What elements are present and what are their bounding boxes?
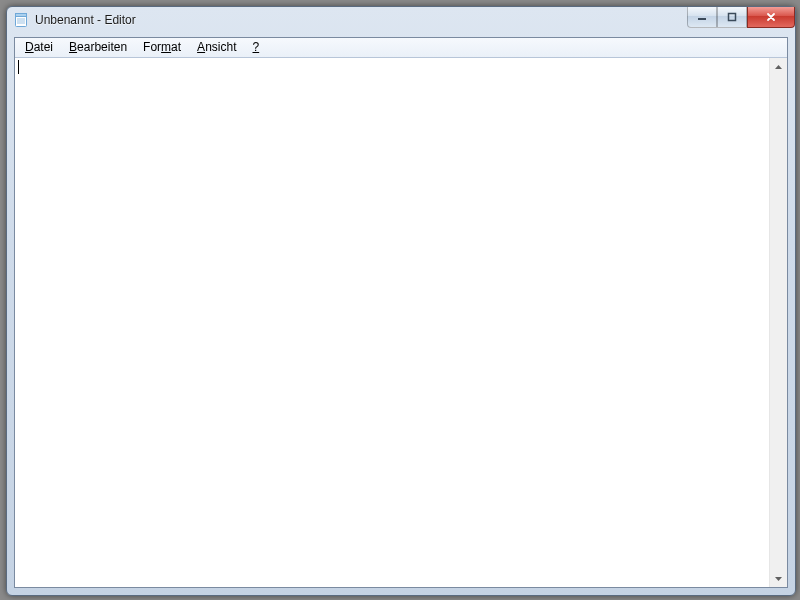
editor-container <box>15 58 787 587</box>
window-controls <box>687 7 795 27</box>
app-window: Unbenannt - Editor Datei Bearbeiten Form… <box>6 6 796 596</box>
maximize-button[interactable] <box>717 7 747 28</box>
scroll-down-icon[interactable] <box>770 570 787 587</box>
minimize-button[interactable] <box>687 7 717 28</box>
client-area: Datei Bearbeiten Format Ansicht ? <box>14 37 788 588</box>
menubar: Datei Bearbeiten Format Ansicht ? <box>15 38 787 58</box>
window-title: Unbenannt - Editor <box>35 13 136 27</box>
close-button[interactable] <box>747 7 795 28</box>
menu-format[interactable]: Format <box>135 38 189 57</box>
text-cursor-icon <box>18 60 19 74</box>
menu-ansicht[interactable]: Ansicht <box>189 38 244 57</box>
scroll-up-icon[interactable] <box>770 58 787 75</box>
menu-bearbeiten[interactable]: Bearbeiten <box>61 38 135 57</box>
vertical-scrollbar[interactable] <box>769 58 787 587</box>
titlebar[interactable]: Unbenannt - Editor <box>7 7 795 33</box>
menu-datei[interactable]: Datei <box>17 38 61 57</box>
menu-help[interactable]: ? <box>244 38 267 57</box>
text-editor[interactable] <box>15 58 769 587</box>
svg-rect-6 <box>729 14 736 21</box>
app-notepad-icon <box>13 12 29 28</box>
svg-rect-1 <box>16 14 27 17</box>
svg-rect-5 <box>698 18 706 20</box>
